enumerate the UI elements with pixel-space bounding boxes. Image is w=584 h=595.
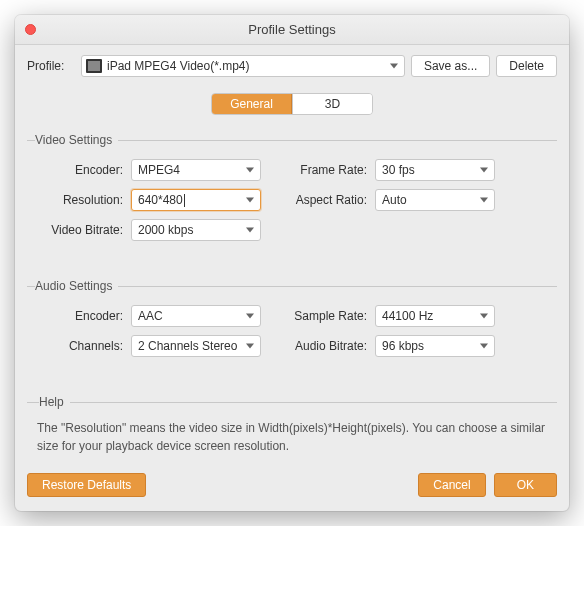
sample-rate-label: Sample Rate: [279, 309, 367, 323]
window-title: Profile Settings [15, 22, 569, 37]
chevron-down-icon [246, 314, 254, 319]
resolution-label: Resolution: [29, 193, 123, 207]
footer: Restore Defaults Cancel OK [27, 473, 557, 497]
chevron-down-icon [480, 198, 488, 203]
tab-general[interactable]: General [212, 94, 292, 114]
audio-encoder-select[interactable]: AAC [131, 305, 261, 327]
resolution-select[interactable]: 640*480 [131, 189, 261, 211]
video-settings-legend: Video Settings [35, 133, 118, 147]
aspect-ratio-select[interactable]: Auto [375, 189, 495, 211]
text-cursor [184, 194, 185, 207]
chevron-down-icon [246, 198, 254, 203]
chevron-down-icon [390, 64, 398, 69]
chevron-down-icon [480, 168, 488, 173]
channels-label: Channels: [29, 339, 123, 353]
frame-rate-select[interactable]: 30 fps [375, 159, 495, 181]
profile-row: Profile: iPad MPEG4 Video(*.mp4) Save as… [27, 55, 557, 77]
profile-value: iPad MPEG4 Video(*.mp4) [107, 59, 250, 73]
sample-rate-select[interactable]: 44100 Hz [375, 305, 495, 327]
cancel-button[interactable]: Cancel [418, 473, 485, 497]
profile-select[interactable]: iPad MPEG4 Video(*.mp4) [81, 55, 405, 77]
delete-button[interactable]: Delete [496, 55, 557, 77]
tab-3d[interactable]: 3D [292, 94, 372, 114]
help-group: Help The "Resolution" means the video si… [27, 395, 557, 455]
help-legend: Help [39, 395, 70, 409]
frame-rate-label: Frame Rate: [279, 163, 367, 177]
chevron-down-icon [246, 344, 254, 349]
aspect-ratio-label: Aspect Ratio: [279, 193, 367, 207]
ok-button[interactable]: OK [494, 473, 557, 497]
profile-settings-window: Profile Settings Profile: iPad MPEG4 Vid… [15, 15, 569, 511]
tab-bar: General 3D [27, 93, 557, 115]
chevron-down-icon [480, 314, 488, 319]
tab-group: General 3D [211, 93, 373, 115]
chevron-down-icon [480, 344, 488, 349]
audio-settings-legend: Audio Settings [35, 279, 118, 293]
save-as-button[interactable]: Save as... [411, 55, 490, 77]
window-controls [25, 24, 36, 35]
video-settings-group: Video Settings Encoder: MPEG4 Frame Rate… [27, 133, 557, 249]
audio-bitrate-select[interactable]: 96 kbps [375, 335, 495, 357]
titlebar: Profile Settings [15, 15, 569, 45]
profile-label: Profile: [27, 59, 75, 73]
video-bitrate-label: Video Bitrate: [29, 223, 123, 237]
help-text: The "Resolution" means the video size in… [33, 419, 551, 455]
audio-encoder-label: Encoder: [29, 309, 123, 323]
restore-defaults-button[interactable]: Restore Defaults [27, 473, 146, 497]
chevron-down-icon [246, 228, 254, 233]
device-icon [86, 59, 102, 73]
content: Profile: iPad MPEG4 Video(*.mp4) Save as… [15, 45, 569, 511]
channels-select[interactable]: 2 Channels Stereo [131, 335, 261, 357]
audio-bitrate-label: Audio Bitrate: [279, 339, 367, 353]
audio-settings-group: Audio Settings Encoder: AAC Sample Rate:… [27, 279, 557, 365]
close-icon[interactable] [25, 24, 36, 35]
video-encoder-label: Encoder: [29, 163, 123, 177]
video-encoder-select[interactable]: MPEG4 [131, 159, 261, 181]
video-bitrate-select[interactable]: 2000 kbps [131, 219, 261, 241]
chevron-down-icon [246, 168, 254, 173]
